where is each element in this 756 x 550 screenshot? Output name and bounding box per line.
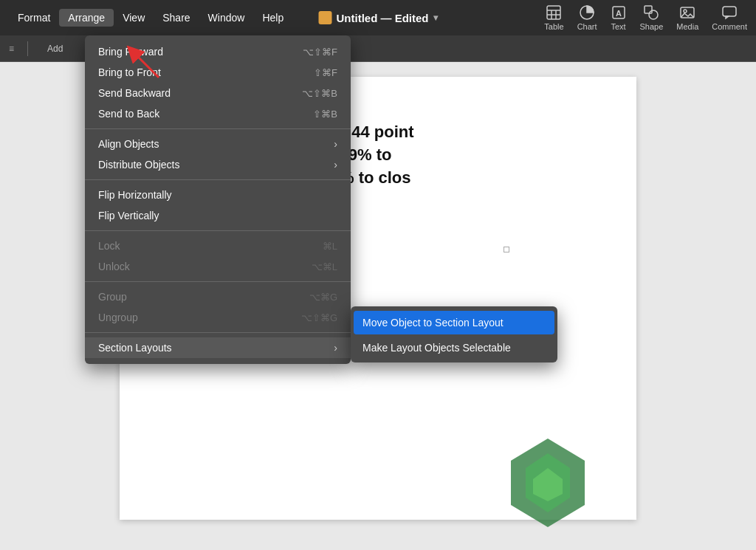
flip-vertically-item[interactable]: Flip Vertically [85,205,351,226]
lock-item[interactable]: Lock ⌘L [85,236,351,256]
move-object-to-section-layout-item[interactable]: Move Object to Section Layout [354,311,554,334]
menu-view[interactable]: View [114,9,154,27]
menu-bar: Format Arrange View Share Window Help Un… [0,0,756,35]
menu-arrange[interactable]: Arrange [59,9,114,27]
group-item[interactable]: Group ⌥⌘G [85,286,351,307]
svg-point-8 [649,10,658,19]
section-layouts-item[interactable]: Section Layouts › [85,337,351,358]
submenu-arrow-icon-3: › [334,342,337,354]
add-button[interactable]: Add [41,42,69,55]
distribute-objects-item[interactable]: Distribute Objects › [85,154,351,175]
divider-5 [85,332,351,333]
menu-format[interactable]: Format [9,9,59,27]
svg-line-17 [133,52,159,78]
menu-share[interactable]: Share [154,9,199,27]
arrange-menu-section-3: Flip Horizontally Flip Vertically [85,183,351,227]
media-button[interactable]: Media [676,4,698,31]
menu-help[interactable]: Help [253,9,292,27]
svg-rect-12 [723,7,736,16]
make-layout-objects-selectable-item[interactable]: Make Layout Objects Selectable [351,336,557,360]
view-toggle[interactable]: ≡ [9,44,14,54]
toolbar-right: Table Chart A Text Shape [544,4,747,31]
send-backward-item[interactable]: Send Backward ⌥⇧⌘B [85,83,351,103]
table-button[interactable]: Table [544,4,563,31]
logo-image [504,431,592,520]
document-icon [319,11,332,24]
shape-button[interactable]: Shape [640,4,664,31]
document-title: Untitled — Edited [337,12,429,24]
submenu-arrow-icon: › [334,138,337,150]
arrange-menu-section-4: Lock ⌘L Unlock ⌥⌘L [85,234,351,278]
submenu-arrow-icon-2: › [334,159,337,171]
ungroup-item[interactable]: Ungroup ⌥⇧⌘G [85,307,351,328]
selection-handle-2 [504,247,509,252]
svg-rect-9 [645,6,652,13]
arrange-menu-section-6: Section Layouts › Move Object to Section… [85,336,351,360]
svg-point-11 [684,10,687,13]
arrow-indicator [122,41,166,85]
section-layouts-submenu: Move Object to Section Layout Make Layou… [351,306,557,362]
comment-button[interactable]: Comment [712,4,747,31]
divider-1 [85,128,351,129]
divider-2 [85,179,351,180]
flip-horizontally-item[interactable]: Flip Horizontally [85,185,351,205]
chart-button[interactable]: Chart [577,4,597,31]
arrange-menu-section-5: Group ⌥⌘G Ungroup ⌥⇧⌘G [85,285,351,329]
unlock-item[interactable]: Unlock ⌥⌘L [85,256,351,277]
chevron-down-icon[interactable]: ▾ [433,13,438,23]
menu-items: Format Arrange View Share Window Help [9,9,292,27]
send-to-back-item[interactable]: Send to Back ⇧⌘B [85,103,351,124]
arrange-menu-section-2: Align Objects › Distribute Objects › [85,132,351,176]
svg-text:A: A [616,9,622,18]
svg-rect-0 [547,6,560,19]
text-button[interactable]: A Text [611,4,627,31]
divider-4 [85,281,351,282]
menu-window[interactable]: Window [199,9,254,27]
divider-3 [85,230,351,231]
document-title-area: Untitled — Edited ▾ [319,11,438,24]
align-objects-item[interactable]: Align Objects › [85,134,351,154]
